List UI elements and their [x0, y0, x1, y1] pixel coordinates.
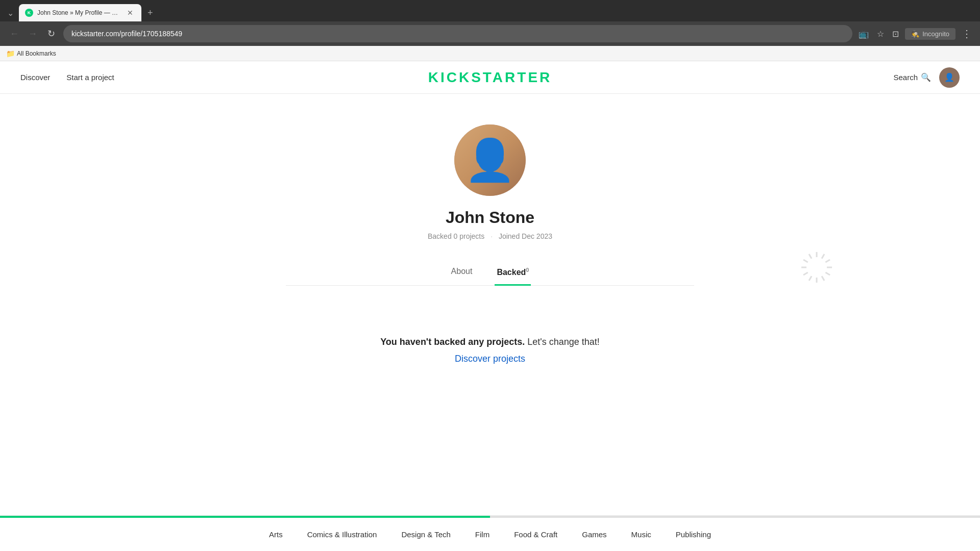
nav-start-project[interactable]: Start a project [66, 73, 114, 82]
tab-controls: ⌄ [4, 6, 17, 20]
new-tab-button[interactable]: + [143, 6, 157, 20]
avatar-image [454, 124, 526, 196]
bookmarks-bar: 📁 All Bookmarks [0, 46, 980, 61]
forward-button[interactable]: → [24, 26, 41, 42]
cast-icon[interactable]: 📺 [856, 27, 871, 41]
search-icon: 🔍 [921, 72, 931, 82]
nav-right: Search 🔍 👤 [893, 67, 960, 88]
page-content: Discover Start a project KICKSTARTER Sea… [0, 61, 980, 520]
backed-message: You haven't backed any projects. Let's c… [10, 337, 970, 347]
svg-line-4 [825, 272, 830, 275]
backed-badge: 0 [526, 267, 529, 273]
active-tab[interactable]: K John Stone » My Profile — Kick ✕ [19, 4, 141, 21]
nav-left: Discover Start a project [20, 73, 114, 82]
category-food[interactable]: Food & Craft [514, 530, 557, 539]
joined-date: Joined Dec 2023 [499, 232, 552, 240]
nav-discover[interactable]: Discover [20, 73, 50, 82]
back-button[interactable]: ← [6, 26, 22, 42]
address-icons: 📺 ☆ ⊡ 🕵 Incognito [856, 27, 955, 41]
tab-close-button[interactable]: ✕ [125, 8, 135, 17]
svg-line-7 [809, 276, 812, 281]
category-games[interactable]: Games [582, 530, 606, 539]
profile-avatar [454, 124, 526, 196]
backed-count: Backed 0 projects [428, 232, 484, 240]
tab-title: John Stone » My Profile — Kick [37, 9, 121, 16]
footer-bar: Arts Comics & Illustration Design & Tech… [0, 515, 980, 551]
category-comics[interactable]: Comics & Illustration [307, 530, 377, 539]
footer-categories: Arts Comics & Illustration Design & Tech… [0, 518, 980, 551]
tab-search-icon[interactable]: ⊡ [890, 27, 901, 41]
avatar-icon: 👤 [944, 72, 954, 82]
profile-menu-button[interactable]: ⋮ [960, 26, 974, 42]
address-bar: ← → ↻ 📺 ☆ ⊡ 🕵 Incognito ⋮ [0, 21, 980, 46]
tab-about[interactable]: About [449, 261, 475, 286]
svg-line-2 [825, 260, 830, 262]
user-avatar[interactable]: 👤 [939, 67, 960, 88]
site-nav: Discover Start a project KICKSTARTER Sea… [0, 61, 980, 94]
backed-message-rest: Let's change that! [527, 337, 600, 347]
incognito-button[interactable]: 🕵 Incognito [905, 28, 955, 40]
category-design[interactable]: Design & Tech [401, 530, 450, 539]
backed-section: You haven't backed any projects. Let's c… [0, 306, 980, 395]
bookmarks-label: All Bookmarks [17, 50, 56, 57]
tab-bar: ⌄ K John Stone » My Profile — Kick ✕ + [0, 0, 980, 21]
svg-line-11 [809, 254, 812, 259]
search-label: Search [893, 73, 918, 82]
site-logo[interactable]: KICKSTARTER [428, 69, 552, 86]
category-music[interactable]: Music [631, 530, 651, 539]
svg-line-10 [803, 260, 808, 262]
profile-section: John Stone Backed 0 projects · Joined De… [0, 94, 980, 306]
category-arts[interactable]: Arts [269, 530, 283, 539]
spinner-decoration [796, 247, 837, 288]
incognito-icon: 🕵 [911, 30, 919, 38]
discover-projects-link[interactable]: Discover projects [455, 354, 525, 364]
svg-line-1 [822, 254, 824, 259]
nav-buttons: ← → ↻ [6, 26, 59, 42]
backed-message-bold: You haven't backed any projects. [380, 337, 525, 347]
svg-line-5 [822, 276, 824, 281]
profile-tabs: About Backed0 [286, 261, 694, 286]
svg-line-8 [803, 272, 808, 275]
tab-favicon: K [25, 9, 33, 17]
incognito-label: Incognito [922, 30, 949, 38]
search-button[interactable]: Search 🔍 [893, 72, 931, 82]
tab-backed-label: Backed [497, 268, 526, 277]
tab-about-label: About [451, 267, 473, 276]
profile-name: John Stone [446, 208, 534, 227]
url-bar[interactable] [63, 25, 852, 42]
dot-separator: · [491, 232, 493, 240]
tab-backed[interactable]: Backed0 [495, 261, 531, 286]
tab-list-button[interactable]: ⌄ [4, 6, 17, 20]
reload-button[interactable]: ↻ [43, 26, 59, 42]
bookmark-star-icon[interactable]: ☆ [875, 27, 886, 41]
category-publishing[interactable]: Publishing [676, 530, 711, 539]
category-film[interactable]: Film [475, 530, 489, 539]
browser-chrome: ⌄ K John Stone » My Profile — Kick ✕ + ←… [0, 0, 980, 61]
profile-meta: Backed 0 projects · Joined Dec 2023 [426, 232, 554, 240]
bookmarks-folder-icon: 📁 [6, 49, 15, 58]
